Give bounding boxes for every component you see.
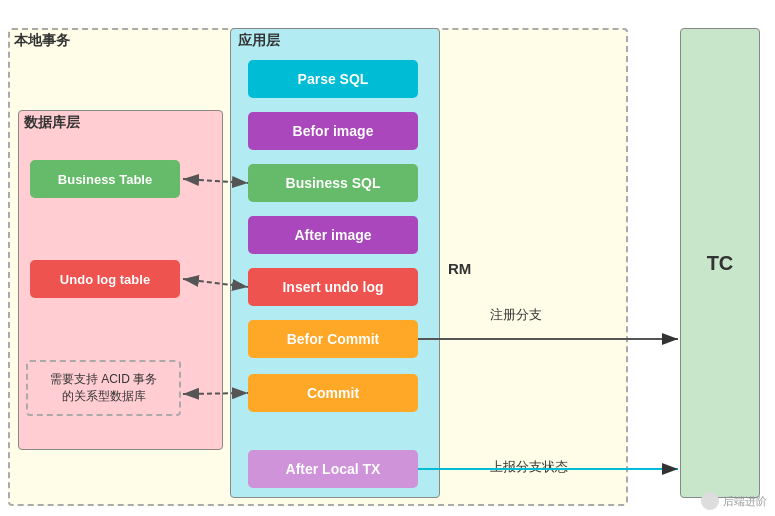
db-note-text: 需要支持 ACID 事务的关系型数据库	[50, 371, 157, 405]
db-layer-label: 数据库层	[24, 114, 80, 132]
db-note-box: 需要支持 ACID 事务的关系型数据库	[26, 360, 181, 416]
local-tx-label: 本地事务	[14, 32, 70, 50]
app-layer-box	[230, 28, 440, 498]
undo-log-table-block: Undo log table	[30, 260, 180, 298]
befor-commit-block: Befor Commit	[248, 320, 418, 358]
watermark-icon	[701, 492, 719, 510]
watermark: 后端进阶	[701, 492, 767, 510]
watermark-text: 后端进阶	[723, 494, 767, 509]
tc-label: TC	[707, 252, 734, 275]
business-table-block: Business Table	[30, 160, 180, 198]
after-image-block: After image	[248, 216, 418, 254]
register-branch-label: 注册分支	[490, 306, 542, 324]
commit-block: Commit	[248, 374, 418, 412]
tc-box: TC	[680, 28, 760, 498]
after-local-tx-block: After Local TX	[248, 450, 418, 488]
rm-label: RM	[448, 260, 471, 277]
insert-undo-log-block: Insert undo log	[248, 268, 418, 306]
business-sql-block: Business SQL	[248, 164, 418, 202]
parse-sql-block: Parse SQL	[248, 60, 418, 98]
report-branch-label: 上报分支状态	[490, 458, 568, 476]
main-container: 本地事务 应用层 数据库层 TC RM Parse SQL Befor imag…	[0, 0, 775, 516]
befor-image-block: Befor image	[248, 112, 418, 150]
app-layer-label: 应用层	[238, 32, 280, 50]
